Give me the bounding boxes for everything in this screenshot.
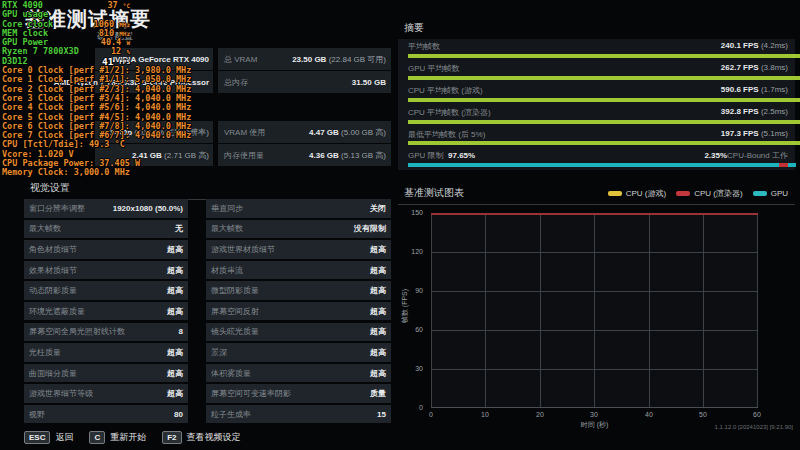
setting-left: 动态阴影质量 超高 bbox=[24, 281, 188, 300]
setting-label: 光柱质量 bbox=[29, 347, 61, 358]
setting-left: 环境光遮蔽质量 超高 bbox=[24, 302, 188, 321]
settings-row: 最大帧数 无 最大帧数 没有限制 bbox=[24, 220, 391, 239]
hotkey-restart[interactable]: C 重新开始 bbox=[89, 431, 146, 444]
hotkey-video-settings[interactable]: F2 查看视频设定 bbox=[162, 431, 240, 444]
setting-value: 1920x1080 (50.0%) bbox=[113, 204, 183, 213]
stat-value: 240.1 FPS bbox=[721, 41, 759, 50]
chart-plot-area bbox=[431, 213, 758, 408]
stat-bar bbox=[408, 98, 800, 102]
total-vram-extra: (22.84 GB 可用) bbox=[329, 55, 386, 64]
setting-label: 效果材质细节 bbox=[29, 265, 77, 276]
setting-right: 粒子生成率 15 bbox=[206, 405, 391, 424]
setting-left: 角色材质细节 超高 bbox=[24, 240, 188, 259]
setting-label: 环境光遮蔽质量 bbox=[29, 306, 85, 317]
setting-label: 粒子生成率 bbox=[211, 409, 251, 420]
fps-stat-row: GPU 平均帧数 262.7 FPS (3.8ms) bbox=[398, 61, 795, 83]
visual-settings-rows: 窗口分辨率调整 1920x1080 (50.0%) 垂直同步 关闭 最大帧数 无… bbox=[24, 199, 391, 426]
legend-swatch-cpu-render-icon bbox=[676, 191, 690, 196]
fps-stat-row: CPU 平均帧数 (渲染器) 392.8 FPS (2.5ms) bbox=[398, 105, 795, 127]
legend-label-cpu-render: CPU (渲染器) bbox=[694, 188, 742, 199]
stat-label: 平均帧数 bbox=[408, 41, 440, 52]
stat-bar bbox=[408, 54, 800, 58]
setting-right: 屏幕空间反射 超高 bbox=[206, 302, 391, 321]
total-vram-label: 总 VRAM bbox=[224, 54, 257, 65]
setting-right: 微型阴影质量 超高 bbox=[206, 281, 391, 300]
setting-left: 效果材质细节 超高 bbox=[24, 261, 188, 280]
stat-label: CPU 平均帧数 (渲染器) bbox=[408, 107, 491, 118]
c-key-icon: C bbox=[89, 431, 105, 444]
setting-value: 超高 bbox=[167, 368, 183, 379]
setting-right: 垂直同步 关闭 bbox=[206, 199, 391, 218]
settings-row: 视野 80 粒子生成率 15 bbox=[24, 405, 391, 424]
x-tick-20: 20 bbox=[530, 411, 550, 418]
settings-row: 动态阴影质量 超高 微型阴影质量 超高 bbox=[24, 281, 391, 300]
summary-stats: 平均帧数 240.1 FPS (4.2ms) GPU 平均帧数 262.7 FP… bbox=[398, 39, 795, 170]
setting-right: 屏幕空间可变速率阴影 质量 bbox=[206, 384, 391, 403]
setting-left: 光柱质量 超高 bbox=[24, 343, 188, 362]
setting-label: 动态阴影质量 bbox=[29, 285, 77, 296]
settings-row: 屏幕空间全局光照射线计数 8 镜头眩光质量 超高 bbox=[24, 323, 391, 342]
setting-value: 无 bbox=[175, 223, 183, 234]
setting-value: 超高 bbox=[370, 368, 386, 379]
setting-value: 8 bbox=[179, 327, 183, 336]
hotkey-back-label: 返回 bbox=[55, 431, 73, 444]
setting-value: 15 bbox=[377, 410, 386, 419]
stat-bar bbox=[408, 120, 800, 124]
setting-right: 材质串流 超高 bbox=[206, 261, 391, 280]
hotkey-back[interactable]: ESC 返回 bbox=[24, 431, 73, 444]
setting-right: 景深 超高 bbox=[206, 343, 391, 362]
gpu-bound-row: GPU 限制 97.65% 2.35%CPU-Bound 工作 bbox=[398, 148, 795, 170]
settings-row: 效果材质细节 超高 材质串流 超高 bbox=[24, 261, 391, 280]
setting-label: 游戏世界细节等级 bbox=[29, 388, 93, 399]
osd-unit: °C bbox=[123, 2, 130, 9]
footer-hotkey-bar: ESC 返回 C 重新开始 F2 查看视频设定 bbox=[24, 431, 257, 444]
ram-used-extra: (5.13 GB 高) bbox=[341, 151, 386, 160]
setting-left: 游戏世界细节等级 超高 bbox=[24, 384, 188, 403]
setting-right: 体积雾质量 超高 bbox=[206, 364, 391, 383]
settings-row: 游戏世界细节等级 超高 屏幕空间可变速率阴影 质量 bbox=[24, 384, 391, 403]
ram-used-value: 4.36 GB bbox=[309, 151, 339, 160]
settings-row: 窗口分辨率调整 1920x1080 (50.0%) 垂直同步 关闭 bbox=[24, 199, 391, 218]
summary-header: 摘要 bbox=[398, 18, 795, 40]
setting-left: 窗口分辨率调整 1920x1080 (50.0%) bbox=[24, 199, 188, 218]
gpu-bound-bar bbox=[408, 163, 796, 167]
osd-unit: FPS bbox=[119, 58, 130, 65]
vram-used-label: VRAM 使用 bbox=[224, 127, 265, 138]
cpu-bound-value: 2.35% bbox=[704, 151, 727, 160]
setting-label: 视野 bbox=[29, 409, 45, 420]
x-tick-10: 10 bbox=[475, 411, 495, 418]
total-vram-value: 23.50 GB bbox=[292, 55, 326, 64]
stat-bar bbox=[408, 76, 800, 80]
setting-right: 最大帧数 没有限制 bbox=[206, 220, 391, 239]
fps-stat-row: 平均帧数 240.1 FPS (4.2ms) bbox=[398, 39, 795, 61]
legend-label-gpu: GPU bbox=[771, 189, 788, 198]
x-tick-60: 60 bbox=[747, 411, 767, 418]
x-tick-30: 30 bbox=[584, 411, 604, 418]
stat-label: 最低平均帧数 (后 5%) bbox=[408, 129, 485, 140]
setting-label: 体积雾质量 bbox=[211, 368, 251, 379]
osd-value: 37 bbox=[107, 0, 117, 10]
ram-used-label: 内存使用量 bbox=[224, 150, 264, 161]
benchmark-summary-screen: 基准测试摘要 硬件配置 NVIDIA GeForce RTX 4090 总 VR… bbox=[0, 0, 800, 450]
afterburner-osd-overlay: RTX 4090 37 °CGPU usage Core clock 1060 … bbox=[2, 1, 191, 178]
setting-value: 超高 bbox=[370, 347, 386, 358]
setting-label: 窗口分辨率调整 bbox=[29, 203, 85, 214]
vram-used-extra: (5.00 GB 高) bbox=[341, 128, 386, 137]
gpu-bound-value: 97.65% bbox=[448, 151, 475, 160]
stat-label: GPU 平均帧数 bbox=[408, 63, 460, 74]
total-ram-label: 总内存 bbox=[224, 77, 248, 88]
setting-value: 超高 bbox=[370, 285, 386, 296]
setting-value: 超高 bbox=[370, 326, 386, 337]
benchmark-chart-panel: 基准测试图表 CPU (游戏) CPU (渲染器) GPU 150 120 90… bbox=[398, 183, 795, 426]
stat-extra: (4.2ms) bbox=[761, 41, 788, 50]
setting-left: 曲面细分质量 超高 bbox=[24, 364, 188, 383]
stat-value: 590.6 FPS bbox=[721, 85, 759, 94]
setting-label: 材质串流 bbox=[211, 265, 243, 276]
stat-value: 262.7 FPS bbox=[721, 63, 759, 72]
visual-settings-panel: 视觉设置 窗口分辨率调整 1920x1080 (50.0%) 垂直同步 关闭 最… bbox=[24, 178, 391, 426]
setting-right: 镜头眩光质量 超高 bbox=[206, 323, 391, 342]
setting-label: 游戏世界材质细节 bbox=[211, 244, 275, 255]
setting-value: 超高 bbox=[370, 265, 386, 276]
setting-label: 屏幕空间反射 bbox=[211, 306, 259, 317]
setting-label: 最大帧数 bbox=[211, 223, 243, 234]
